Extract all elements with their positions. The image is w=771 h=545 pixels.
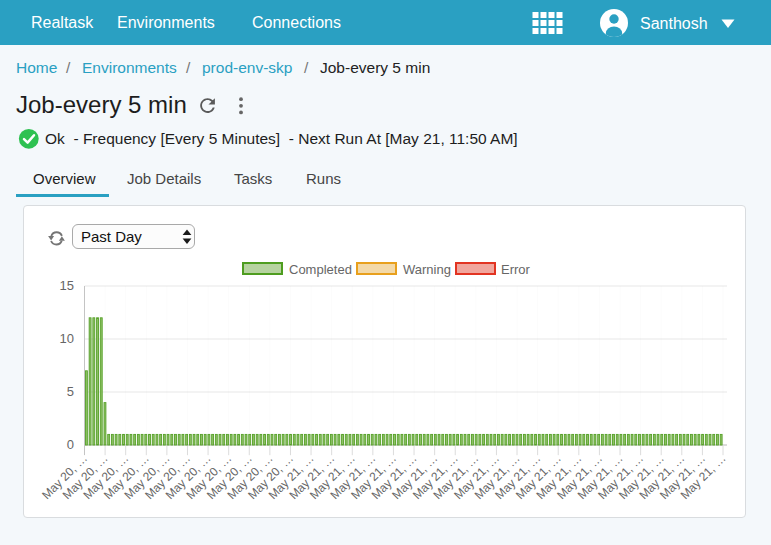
svg-text:10: 10 — [60, 331, 74, 346]
svg-text:15: 15 — [60, 278, 74, 293]
svg-text:0: 0 — [67, 437, 74, 452]
svg-text:5: 5 — [67, 384, 74, 399]
